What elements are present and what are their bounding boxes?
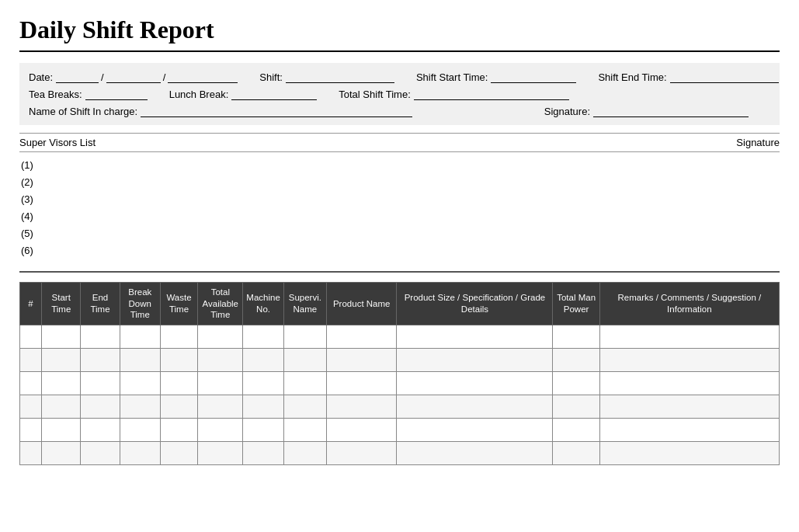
table-cell[interactable] [160, 349, 197, 372]
name-field: Name of Shift In charge: [29, 105, 523, 117]
col-header-supervi: Supervi. Name [283, 282, 326, 325]
table-cell[interactable] [42, 419, 81, 442]
name-value[interactable] [141, 105, 412, 117]
table-row[interactable] [20, 442, 780, 465]
shift-start-value[interactable] [491, 71, 576, 83]
table-cell[interactable] [243, 325, 283, 349]
table-cell[interactable] [599, 349, 779, 372]
table-cell[interactable] [81, 395, 120, 419]
table-cell[interactable] [160, 419, 197, 442]
table-cell[interactable] [81, 325, 120, 349]
table-cell[interactable] [397, 372, 553, 395]
table-cell[interactable] [326, 442, 396, 465]
table-cell[interactable] [397, 442, 553, 465]
supervisors-list-label: Super Visors List [19, 137, 96, 148]
date-year[interactable] [168, 71, 238, 83]
table-cell[interactable] [599, 395, 779, 419]
total-shift-field: Total Shift Time: [339, 88, 568, 100]
date-label: Date: [29, 71, 53, 83]
table-row[interactable] [20, 419, 780, 442]
table-cell[interactable] [42, 325, 81, 349]
table-cell[interactable] [20, 325, 42, 349]
signature-label: Signature: [544, 106, 590, 117]
shift-value[interactable] [286, 71, 394, 83]
table-cell[interactable] [81, 349, 120, 372]
table-cell[interactable] [243, 395, 283, 419]
table-cell[interactable] [20, 372, 42, 395]
col-header-manpower: Total Man Power [553, 282, 599, 325]
table-cell[interactable] [198, 372, 243, 395]
table-cell[interactable] [160, 325, 197, 349]
lunch-break-value[interactable] [231, 88, 317, 100]
table-cell[interactable] [120, 419, 160, 442]
table-cell[interactable] [326, 395, 396, 419]
table-cell[interactable] [120, 372, 160, 395]
table-cell[interactable] [326, 419, 396, 442]
table-cell[interactable] [81, 419, 120, 442]
table-cell[interactable] [160, 442, 197, 465]
table-row[interactable] [20, 325, 780, 349]
table-cell[interactable] [553, 419, 599, 442]
table-cell[interactable] [283, 325, 326, 349]
table-cell[interactable] [20, 395, 42, 419]
table-cell[interactable] [326, 349, 396, 372]
table-cell[interactable] [42, 372, 81, 395]
table-cell[interactable] [283, 372, 326, 395]
table-cell[interactable] [397, 325, 553, 349]
data-table: # Start Time End Time Break Down Time Wa… [19, 282, 780, 466]
date-month[interactable] [106, 71, 161, 83]
table-cell[interactable] [42, 395, 81, 419]
table-cell[interactable] [198, 442, 243, 465]
table-cell[interactable] [599, 325, 779, 349]
table-cell[interactable] [160, 395, 197, 419]
table-cell[interactable] [42, 349, 81, 372]
table-cell[interactable] [120, 349, 160, 372]
table-cell[interactable] [160, 372, 197, 395]
table-cell[interactable] [326, 372, 396, 395]
table-cell[interactable] [599, 442, 779, 465]
table-cell[interactable] [243, 349, 283, 372]
table-cell[interactable] [120, 395, 160, 419]
table-cell[interactable] [553, 442, 599, 465]
table-cell[interactable] [326, 325, 396, 349]
table-cell[interactable] [120, 442, 160, 465]
table-cell[interactable] [283, 395, 326, 419]
table-cell[interactable] [198, 395, 243, 419]
table-cell[interactable] [553, 349, 599, 372]
table-cell[interactable] [397, 395, 553, 419]
table-cell[interactable] [553, 395, 599, 419]
shift-end-value[interactable] [670, 71, 779, 83]
date-day[interactable] [56, 71, 99, 83]
table-row[interactable] [20, 395, 780, 419]
table-cell[interactable] [397, 419, 553, 442]
table-cell[interactable] [198, 419, 243, 442]
table-cell[interactable] [283, 442, 326, 465]
table-cell[interactable] [198, 349, 243, 372]
table-cell[interactable] [81, 442, 120, 465]
table-cell[interactable] [553, 325, 599, 349]
table-cell[interactable] [599, 372, 779, 395]
table-cell[interactable] [198, 325, 243, 349]
col-header-num: # [20, 282, 42, 325]
table-cell[interactable] [120, 325, 160, 349]
table-cell[interactable] [20, 349, 42, 372]
table-row[interactable] [20, 349, 780, 372]
total-shift-value[interactable] [414, 88, 569, 100]
table-cell[interactable] [243, 419, 283, 442]
table-cell[interactable] [20, 419, 42, 442]
table-cell[interactable] [599, 419, 779, 442]
table-cell[interactable] [42, 442, 81, 465]
table-cell[interactable] [243, 442, 283, 465]
col-header-waste: Waste Time [160, 282, 197, 325]
table-cell[interactable] [283, 419, 326, 442]
form-row-3: Name of Shift In charge: Signature: [29, 105, 770, 117]
table-cell[interactable] [283, 349, 326, 372]
table-cell[interactable] [553, 372, 599, 395]
table-cell[interactable] [243, 372, 283, 395]
table-cell[interactable] [397, 349, 553, 372]
table-cell[interactable] [20, 442, 42, 465]
table-cell[interactable] [81, 372, 120, 395]
tea-breaks-value[interactable] [85, 88, 148, 100]
signature-value[interactable] [593, 105, 749, 117]
table-row[interactable] [20, 372, 780, 395]
